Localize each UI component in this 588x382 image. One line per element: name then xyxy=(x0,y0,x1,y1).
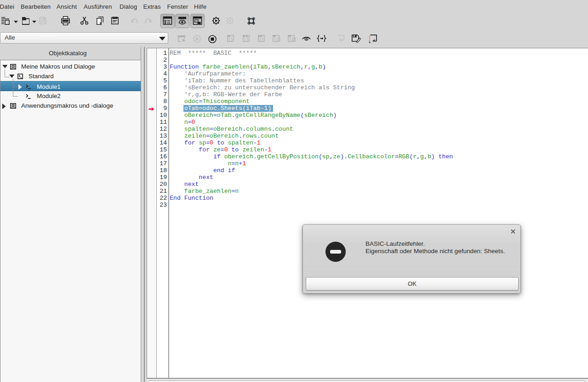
svg-text:{i}: {i} xyxy=(274,37,280,42)
svg-text:{}: {} xyxy=(259,37,264,42)
svg-text:{}: {} xyxy=(244,37,249,42)
svg-text:{i}: {i} xyxy=(289,37,296,42)
svg-text:{}: {} xyxy=(228,37,233,42)
